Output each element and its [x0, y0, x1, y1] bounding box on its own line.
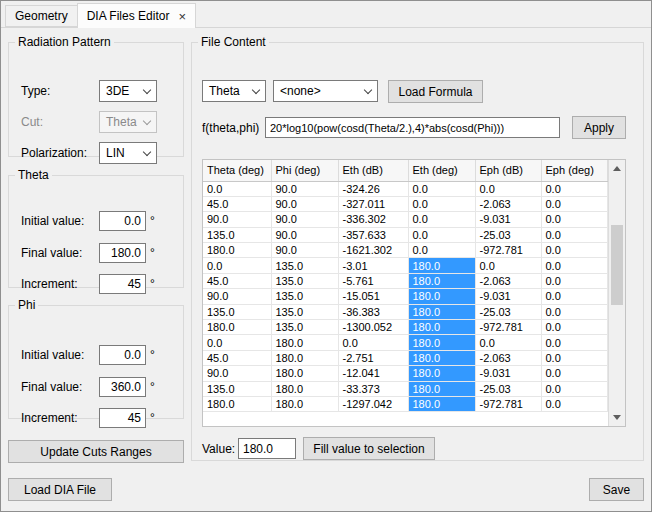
table-header-cell[interactable]: Phi (deg) — [271, 160, 338, 181]
table-cell[interactable]: 0.0 — [475, 258, 541, 273]
table-cell[interactable]: 45.0 — [203, 196, 271, 211]
table-cell[interactable]: 180.0 — [271, 335, 338, 350]
value-input[interactable] — [238, 438, 296, 459]
table-cell[interactable]: -2.751 — [338, 350, 408, 365]
scroll-up-icon[interactable] — [609, 160, 625, 177]
fill-value-button[interactable]: Fill value to selection — [303, 437, 435, 460]
table-cell[interactable]: -12.041 — [338, 366, 408, 381]
table-cell[interactable]: 0.0 — [408, 227, 475, 242]
table-header-cell[interactable]: Eph (deg) — [541, 160, 607, 181]
table-cell[interactable]: -9.031 — [475, 212, 541, 227]
scrollbar-thumb[interactable] — [611, 225, 623, 305]
type-dropdown[interactable]: 3DE — [99, 80, 157, 102]
tab-dia-files-editor[interactable]: DIA Files Editor × — [77, 3, 196, 28]
table-cell[interactable]: 180.0 — [271, 366, 338, 381]
table-cell[interactable]: 180.0 — [408, 350, 475, 365]
phi-initial-input[interactable] — [99, 345, 146, 365]
table-cell[interactable]: 45.0 — [203, 350, 271, 365]
table-header-cell[interactable]: Eth (dB) — [338, 160, 408, 181]
table-cell[interactable]: -36.383 — [338, 304, 408, 319]
formula-input[interactable] — [265, 117, 560, 138]
vertical-scrollbar[interactable] — [608, 160, 625, 426]
table-cell[interactable]: 180.0 — [203, 243, 271, 258]
table-cell[interactable]: 180.0 — [271, 350, 338, 365]
table-cell[interactable]: -25.03 — [475, 304, 541, 319]
table-cell[interactable]: -33.373 — [338, 381, 408, 396]
table-cell[interactable]: 0.0 — [475, 335, 541, 350]
table-cell[interactable]: -5.761 — [338, 273, 408, 288]
table-cell[interactable]: 0.0 — [541, 258, 607, 273]
theta-final-input[interactable] — [99, 243, 146, 263]
table-cell[interactable]: 180.0 — [271, 381, 338, 396]
table-cell[interactable]: -972.781 — [475, 396, 541, 411]
theta-initial-input[interactable] — [99, 211, 146, 231]
table-cell[interactable]: 180.0 — [408, 258, 475, 273]
table-cell[interactable]: 0.0 — [338, 335, 408, 350]
table-cell[interactable]: 180.0 — [408, 320, 475, 335]
table-cell[interactable]: -25.03 — [475, 381, 541, 396]
table-cell[interactable]: -357.633 — [338, 227, 408, 242]
table-cell[interactable]: 90.0 — [271, 212, 338, 227]
table-cell[interactable]: 0.0 — [408, 196, 475, 211]
table-header-cell[interactable]: Eth (deg) — [408, 160, 475, 181]
table-cell[interactable]: 135.0 — [271, 320, 338, 335]
table-cell[interactable]: -1621.302 — [338, 243, 408, 258]
tab-geometry[interactable]: Geometry — [5, 5, 78, 27]
table-cell[interactable]: -324.26 — [338, 181, 408, 196]
table-cell[interactable]: 180.0 — [271, 396, 338, 411]
table-cell[interactable]: 0.0 — [541, 381, 607, 396]
table-cell[interactable]: 180.0 — [408, 335, 475, 350]
table-cell[interactable]: 180.0 — [408, 366, 475, 381]
table-cell[interactable]: 0.0 — [541, 273, 607, 288]
load-dia-file-button[interactable]: Load DIA File — [8, 478, 112, 501]
save-button[interactable]: Save — [589, 478, 644, 501]
table-cell[interactable]: 135.0 — [203, 304, 271, 319]
table-cell[interactable]: 180.0 — [408, 304, 475, 319]
table-cell[interactable]: 45.0 — [203, 273, 271, 288]
table-cell[interactable]: 0.0 — [408, 181, 475, 196]
table-cell[interactable]: 0.0 — [541, 196, 607, 211]
column-dropdown[interactable]: Theta — [202, 80, 266, 102]
scrollbar-track[interactable] — [609, 177, 625, 409]
table-cell[interactable]: 180.0 — [408, 381, 475, 396]
table-cell[interactable]: 0.0 — [475, 181, 541, 196]
table-cell[interactable]: 180.0 — [408, 289, 475, 304]
theta-increment-input[interactable] — [99, 274, 146, 294]
table-cell[interactable]: -3.01 — [338, 258, 408, 273]
table-cell[interactable]: 0.0 — [541, 243, 607, 258]
table-cell[interactable]: 90.0 — [271, 181, 338, 196]
polarization-dropdown[interactable]: LIN — [99, 142, 157, 164]
table-cell[interactable]: 0.0 — [541, 289, 607, 304]
table-cell[interactable]: -1300.052 — [338, 320, 408, 335]
table-cell[interactable]: 0.0 — [203, 258, 271, 273]
table-cell[interactable]: 90.0 — [271, 227, 338, 242]
formula-preset-dropdown[interactable]: <none> — [273, 80, 378, 102]
table-cell[interactable]: 0.0 — [408, 243, 475, 258]
table-cell[interactable]: 135.0 — [271, 258, 338, 273]
table-cell[interactable]: 180.0 — [203, 320, 271, 335]
table-cell[interactable]: 90.0 — [271, 243, 338, 258]
phi-final-input[interactable] — [99, 377, 146, 397]
table-cell[interactable]: -2.063 — [475, 196, 541, 211]
table-cell[interactable]: -9.031 — [475, 289, 541, 304]
table-cell[interactable]: -1297.042 — [338, 396, 408, 411]
table-cell[interactable]: 0.0 — [541, 350, 607, 365]
table-cell[interactable]: 135.0 — [271, 289, 338, 304]
table-cell[interactable]: -25.03 — [475, 227, 541, 242]
table-cell[interactable]: -972.781 — [475, 320, 541, 335]
table-cell[interactable]: 0.0 — [541, 181, 607, 196]
table-cell[interactable]: 0.0 — [203, 181, 271, 196]
table-cell[interactable]: 135.0 — [203, 227, 271, 242]
load-formula-button[interactable]: Load Formula — [388, 80, 483, 103]
table-cell[interactable]: -327.011 — [338, 196, 408, 211]
table-cell[interactable]: 0.0 — [408, 212, 475, 227]
table-cell[interactable]: 180.0 — [203, 396, 271, 411]
table-cell[interactable]: 0.0 — [541, 212, 607, 227]
table-cell[interactable]: 135.0 — [203, 381, 271, 396]
table-cell[interactable]: 135.0 — [271, 273, 338, 288]
tab-close-icon[interactable]: × — [178, 10, 186, 23]
table-cell[interactable]: 0.0 — [541, 227, 607, 242]
update-cuts-ranges-button[interactable]: Update Cuts Ranges — [8, 440, 184, 463]
table-cell[interactable]: -2.063 — [475, 350, 541, 365]
table-cell[interactable]: 0.0 — [541, 396, 607, 411]
